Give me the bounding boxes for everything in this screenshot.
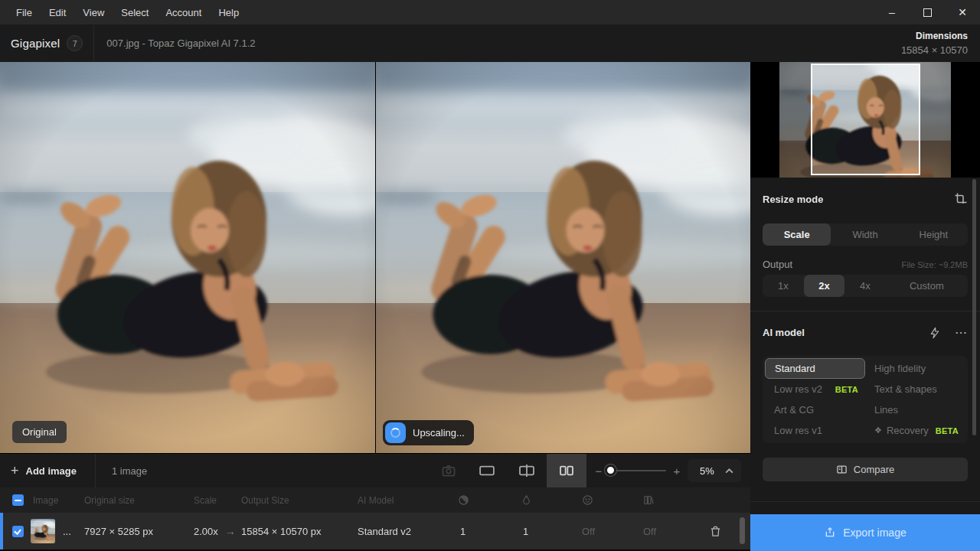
zoom-level-value: 5% — [700, 465, 714, 477]
queue-table-header: Image Original size Scale Output Size AI… — [0, 487, 750, 513]
beta-badge: BETA — [936, 426, 959, 435]
view-single-button[interactable] — [467, 454, 507, 487]
row-sharpen-value[interactable]: 1 — [460, 513, 466, 549]
preview-pane[interactable]: Upscaling... — [376, 62, 750, 453]
check-icon — [14, 527, 21, 535]
sidebar-scrollbar[interactable] — [972, 179, 976, 435]
zoom-slider-handle[interactable] — [605, 465, 616, 476]
face-recovery-icon — [582, 494, 593, 506]
tab-height[interactable]: Height — [900, 223, 968, 246]
scale-custom[interactable]: Custom — [886, 275, 968, 297]
compare-icon — [836, 464, 848, 475]
header-scale: Scale — [194, 487, 217, 513]
model-label: Standard — [775, 363, 815, 374]
more-options-icon[interactable]: ⋯ — [955, 325, 968, 340]
row-gamma-value[interactable]: Off — [643, 513, 656, 549]
original-photo — [0, 62, 375, 453]
row-original-size: 7927 × 5285 px — [84, 513, 153, 549]
model-standard[interactable]: Standard — [765, 358, 865, 379]
side-by-side-view-icon — [558, 465, 575, 477]
menu-account[interactable]: Account — [157, 0, 210, 24]
gamma-icon — [643, 494, 655, 506]
maximize-icon — [923, 8, 932, 17]
row-denoise-value[interactable]: 1 — [523, 513, 528, 549]
view-split-button[interactable] — [507, 454, 547, 487]
scale-4x[interactable]: 4x — [844, 275, 886, 297]
snapshot-button[interactable] — [441, 463, 456, 478]
arrow-right-icon: → — [225, 525, 236, 537]
menu-file[interactable]: File — [8, 0, 41, 24]
model-high-fidelity[interactable]: High fidelity — [865, 358, 965, 379]
menu-help[interactable]: Help — [210, 0, 247, 24]
resize-mode-tabs: Scale Width Height — [763, 223, 968, 246]
tab-scale[interactable]: Scale — [763, 223, 831, 246]
row-checkbox[interactable] — [12, 526, 24, 537]
queue-table-row[interactable]: ... 7927 × 5285 px 2.00x → 15854 × 10570… — [0, 513, 750, 549]
sidebar-divider-2 — [750, 501, 980, 502]
export-image-button[interactable]: Export image — [750, 514, 980, 551]
title-bar: Gigapixel 7 007.jpg - Topaz Gigapixel AI… — [0, 24, 980, 62]
app-brand: Gigapixel 7 — [0, 35, 83, 51]
spinner-badge — [385, 422, 406, 443]
model-recovery[interactable]: ❖RecoveryBETA — [865, 420, 965, 441]
model-lines[interactable]: Lines — [865, 399, 965, 420]
version-badge[interactable]: 7 — [67, 35, 83, 51]
resize-mode-header: Resize mode — [763, 192, 968, 206]
row-thumbnail — [31, 519, 55, 543]
plus-icon: + — [674, 465, 681, 478]
minus-icon: − — [596, 465, 603, 478]
model-label: Low res v2 — [774, 383, 822, 395]
file-size-estimate: File Size: ~9.2MB — [901, 260, 968, 269]
sharpen-icon — [458, 494, 469, 506]
ai-model-grid: Standard High fidelity Low res v2BETA Te… — [763, 356, 968, 443]
scale-2x[interactable]: 2x — [804, 275, 845, 297]
output-label: Output — [763, 259, 792, 270]
toolbar-separator — [95, 454, 96, 488]
ai-model-header: AI model ⋯ — [763, 325, 968, 340]
model-label: Art & CG — [774, 404, 814, 416]
zoom-slider-track[interactable] — [609, 470, 666, 471]
spinner-icon — [390, 428, 400, 438]
trash-icon[interactable] — [709, 525, 722, 538]
original-pane[interactable]: Original — [0, 62, 375, 453]
row-face-recovery-value[interactable]: Off — [582, 513, 595, 549]
table-scrollbar[interactable] — [740, 517, 745, 544]
resize-mode-title: Resize mode — [763, 194, 823, 205]
maximize-button[interactable] — [910, 0, 945, 24]
header-image: Image — [33, 487, 58, 513]
close-button[interactable]: ✕ — [945, 0, 980, 24]
model-label: High fidelity — [874, 363, 926, 374]
menu-select[interactable]: Select — [113, 0, 157, 24]
navigator-viewport-box[interactable] — [811, 64, 920, 175]
tab-width[interactable]: Width — [831, 223, 899, 246]
menu-view[interactable]: View — [74, 0, 113, 24]
zoom-level-select[interactable]: 5% — [688, 459, 741, 482]
menu-edit[interactable]: Edit — [41, 0, 74, 24]
navigator-strip[interactable] — [750, 62, 980, 178]
scale-1x[interactable]: 1x — [763, 275, 804, 297]
row-ai-model[interactable]: Standard v2 — [358, 513, 411, 549]
compare-button[interactable]: Compare — [763, 458, 968, 481]
lightning-icon[interactable] — [929, 327, 941, 339]
minimize-button[interactable]: – — [874, 0, 910, 24]
indeterminate-mark — [15, 500, 21, 501]
sparkles-icon: ❖ — [874, 425, 882, 435]
single-view-icon — [479, 465, 495, 477]
zoom-in-button[interactable]: + — [668, 454, 686, 487]
view-side-by-side-button[interactable] — [547, 454, 586, 487]
model-low-res-v1[interactable]: Low res v1 — [765, 420, 865, 441]
select-all-checkbox[interactable] — [12, 494, 24, 506]
gigapixel-window: File Edit View Select Account Help – ✕ G… — [0, 0, 980, 551]
plus-icon: + — [11, 463, 19, 479]
model-text-shapes[interactable]: Text & shapes — [865, 379, 965, 399]
ai-model-title: AI model — [763, 327, 805, 338]
model-art-cg[interactable]: Art & CG — [765, 399, 865, 420]
document-title: 007.jpg - Topaz Gigapixel AI 7.1.2 — [106, 37, 255, 49]
crop-icon[interactable] — [954, 192, 968, 206]
add-image-button[interactable]: + Add image — [11, 454, 77, 488]
chevron-up-icon — [725, 468, 733, 474]
settings-sidebar: Resize mode Scale Width Height Output Fi… — [750, 62, 980, 551]
row-scale: 2.00x — [194, 526, 218, 537]
export-label: Export image — [843, 527, 906, 539]
model-low-res-v2[interactable]: Low res v2BETA — [765, 379, 865, 399]
